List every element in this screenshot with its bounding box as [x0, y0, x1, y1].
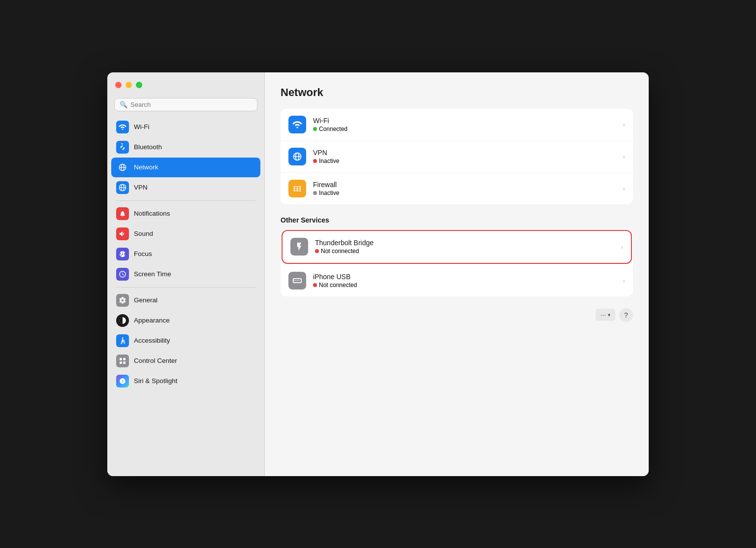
network-services-card: Wi-Fi Connected › VPN [281, 109, 633, 204]
help-button-label: ? [624, 311, 628, 319]
firewall-chevron: › [623, 185, 625, 193]
vpn-status-text: Inactive [319, 158, 339, 164]
minimize-button[interactable] [126, 82, 132, 88]
sidebar-label-bluetooth: Bluetooth [134, 143, 162, 151]
focus-icon [116, 248, 129, 260]
vpn-chevron: › [623, 153, 625, 161]
sidebar-label-notifications: Notifications [134, 210, 170, 217]
vpn-status: Inactive [313, 158, 623, 164]
sidebar-label-focus: Focus [134, 250, 152, 258]
vpn-name: VPN [313, 149, 623, 157]
svg-rect-15 [294, 186, 301, 188]
thunderbolt-row[interactable]: Thunderbolt Bridge Not connected › [283, 231, 631, 263]
wifi-icon [116, 121, 129, 133]
firewall-info: Firewall Inactive [313, 181, 623, 196]
vpn-status-dot [313, 159, 317, 163]
accessibility-icon [116, 334, 129, 347]
svg-rect-18 [295, 185, 297, 192]
svg-rect-9 [123, 358, 126, 360]
system-preferences-window: 🔍 Wi-Fi Bluetooth [107, 72, 649, 476]
firewall-name: Firewall [313, 181, 623, 189]
appearance-icon [116, 314, 129, 327]
wifi-status-text: Connected [319, 126, 347, 132]
more-button-label: ··· [600, 311, 606, 319]
general-icon [116, 294, 129, 307]
thunderbolt-status-text: Not connected [321, 248, 359, 255]
firewall-status: Inactive [313, 190, 623, 196]
firewall-status-dot [313, 191, 317, 195]
svg-rect-10 [120, 361, 122, 364]
sidebar-scroll: Wi-Fi Bluetooth Network [107, 117, 264, 476]
bluetooth-icon [116, 141, 129, 154]
siri-icon [116, 375, 129, 387]
sidebar-item-controlcenter[interactable]: Control Center [111, 351, 260, 371]
sidebar-item-sound[interactable]: Sound [111, 224, 260, 244]
wifi-row-icon [288, 116, 306, 133]
iphoneusb-row-icon [288, 272, 306, 290]
vpn-row-icon [288, 148, 306, 165]
main-content: Network Wi-Fi Connected › [265, 72, 649, 476]
titlebar [107, 72, 264, 98]
other-services-card: Thunderbolt Bridge Not connected › iP [281, 229, 633, 296]
sidebar-item-accessibility[interactable]: Accessibility [111, 331, 260, 351]
thunderbolt-row-icon [290, 238, 308, 256]
sidebar-item-bluetooth[interactable]: Bluetooth [111, 137, 260, 157]
iphoneusb-info: iPhone USB Not connected [313, 273, 623, 289]
screentime-icon [116, 268, 129, 281]
sidebar-item-notifications[interactable]: Notifications [111, 204, 260, 224]
sidebar-label-controlcenter: Control Center [134, 357, 177, 364]
thunderbolt-status-dot [315, 249, 319, 253]
sidebar-item-screentime[interactable]: Screen Time [111, 264, 260, 284]
firewall-row[interactable]: Firewall Inactive › [281, 173, 633, 204]
sidebar-item-network[interactable]: Network [111, 158, 260, 177]
sidebar-item-general[interactable]: General [111, 290, 260, 310]
other-services-label: Other Services [281, 216, 633, 224]
network-icon [116, 161, 129, 174]
help-button[interactable]: ? [619, 308, 633, 322]
controlcenter-icon [116, 355, 129, 367]
search-bar[interactable]: 🔍 [114, 98, 257, 111]
iphoneusb-status: Not connected [313, 282, 623, 289]
sidebar-item-focus[interactable]: Focus [111, 244, 260, 264]
iphoneusb-status-text: Not connected [319, 282, 357, 289]
close-button[interactable] [115, 82, 122, 88]
firewall-row-icon [288, 180, 306, 197]
sidebar-label-appearance: Appearance [134, 317, 170, 324]
sidebar-label-screentime: Screen Time [134, 270, 171, 278]
svg-point-7 [122, 337, 124, 339]
iphoneusb-row[interactable]: iPhone USB Not connected › [281, 265, 633, 296]
svg-rect-16 [294, 188, 301, 190]
thunderbolt-status: Not connected [315, 248, 621, 255]
sidebar-item-siri[interactable]: Siri & Spotlight [111, 371, 260, 391]
vpn-row[interactable]: VPN Inactive › [281, 141, 633, 173]
sidebar-item-wifi[interactable]: Wi-Fi [111, 117, 260, 137]
iphoneusb-chevron: › [623, 277, 625, 285]
vpn-info: VPN Inactive [313, 149, 623, 164]
more-button[interactable]: ··· ▾ [596, 309, 615, 321]
sidebar-label-wifi: Wi-Fi [134, 123, 149, 130]
wifi-name: Wi-Fi [313, 117, 623, 125]
search-input[interactable] [130, 101, 252, 108]
page-title: Network [281, 86, 633, 99]
sound-icon [116, 227, 129, 240]
wifi-status-dot [313, 127, 317, 131]
maximize-button[interactable] [136, 82, 142, 88]
iphoneusb-name: iPhone USB [313, 273, 623, 281]
wifi-chevron: › [623, 121, 625, 129]
sidebar-item-appearance[interactable]: Appearance [111, 311, 260, 330]
search-icon: 🔍 [120, 101, 127, 108]
thunderbolt-chevron: › [621, 243, 623, 251]
vpn-icon [116, 181, 129, 194]
sidebar-item-vpn[interactable]: VPN [111, 178, 260, 197]
notifications-icon [116, 207, 129, 220]
iphoneusb-status-dot [313, 283, 317, 287]
sidebar-label-sound: Sound [134, 230, 153, 237]
divider-2 [116, 287, 255, 288]
wifi-info: Wi-Fi Connected [313, 117, 623, 132]
sidebar: 🔍 Wi-Fi Bluetooth [107, 72, 265, 476]
wifi-status: Connected [313, 126, 623, 132]
sidebar-label-general: General [134, 296, 158, 304]
thunderbolt-info: Thunderbolt Bridge Not connected [315, 239, 621, 255]
wifi-row[interactable]: Wi-Fi Connected › [281, 109, 633, 141]
svg-rect-8 [120, 358, 122, 360]
